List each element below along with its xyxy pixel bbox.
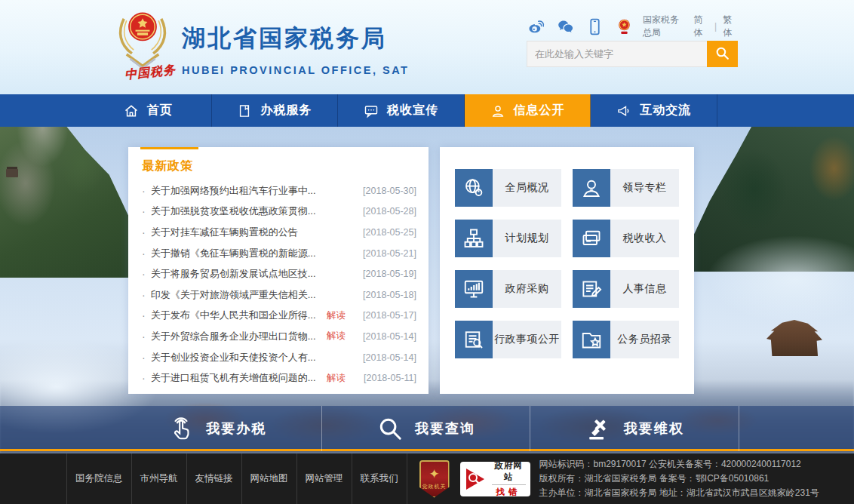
interpretation-tag[interactable]: 解读 xyxy=(327,330,346,343)
news-item-date: [2018-05-21] xyxy=(353,248,416,259)
folder-star-icon xyxy=(573,321,610,358)
news-item-date: [2018-05-28] xyxy=(353,206,416,217)
quick-links-grid: 全局概况 领导专栏 计划规划 税收收入 xyxy=(455,169,679,358)
site-title: 湖北省国家税务局 xyxy=(182,23,409,54)
quick-link-item[interactable]: 行政事项公开 xyxy=(455,321,561,358)
search-icon xyxy=(714,45,730,63)
weibo-icon[interactable] xyxy=(527,17,545,36)
footer-info-line: 版权所有：湖北省国家税务局 备案号：鄂ICP备05010861 xyxy=(539,472,819,486)
nav-tab[interactable]: 办税服务 xyxy=(212,94,339,127)
error-badge-text: 政府网站 找错 xyxy=(492,460,526,498)
news-list-item[interactable]: · 关于外贸综合服务企业办理出口货物... 解读 [2018-05-14] xyxy=(140,326,416,347)
main-nav: 首页 办税服务 税收宣传 信息公开 xyxy=(0,94,854,127)
error-badge-line1: 政府网站 xyxy=(492,460,526,485)
error-badge-line2: 找错 xyxy=(492,485,526,498)
news-list-item[interactable]: · 关于加强脱贫攻坚税收优惠政策贯彻... [2018-05-28] xyxy=(140,201,416,223)
quick-link-item[interactable]: 领导专栏 xyxy=(573,169,679,207)
bullet-icon: · xyxy=(142,247,146,260)
news-item-title: 关于进口租赁飞机有关增值税问题的... xyxy=(151,371,327,385)
hand-click-icon xyxy=(167,415,195,442)
footer-link[interactable]: 网站地图 xyxy=(241,453,296,504)
footer-link[interactable]: 联系我们 xyxy=(352,453,407,504)
gavel-icon xyxy=(585,415,613,442)
sitemap-icon xyxy=(455,220,493,257)
news-list-item[interactable]: · 关于撤销《免征车辆购置税的新能源... [2018-05-21] xyxy=(140,243,416,264)
news-item-title: 关于将服务贸易创新发展试点地区技... xyxy=(151,267,353,281)
quick-link-label: 人事信息 xyxy=(610,270,679,308)
news-item-date: [2018-05-18] xyxy=(353,290,416,300)
mobile-icon[interactable] xyxy=(585,17,604,36)
news-list-item[interactable]: · 关于将服务贸易创新发展试点地区技... [2018-05-19] xyxy=(140,263,416,284)
footer: 国务院信息市州导航友情链接网站地图网站管理联系我们 ✦ 党政机关 政府网站 找错… xyxy=(0,453,854,504)
cards-icon xyxy=(573,220,610,257)
news-list-item[interactable]: · 关于发布《中华人民共和国企业所得... 解读 [2018-05-17] xyxy=(140,306,416,327)
news-list-item[interactable]: · 印发《关于对旅游领域严重失信相关... [2018-05-18] xyxy=(140,284,416,306)
quick-link-label: 计划规划 xyxy=(493,220,561,257)
action-band-item[interactable]: 我要维权 xyxy=(530,406,739,451)
book-icon xyxy=(237,103,252,118)
bullet-icon: · xyxy=(142,268,146,280)
party-gov-badge[interactable]: ✦ 党政机关 xyxy=(419,460,450,498)
nav-tab[interactable]: 税收宣传 xyxy=(338,94,465,127)
document-pencil-icon xyxy=(573,270,610,308)
action-band-item[interactable]: 我要办税 xyxy=(113,406,322,451)
monitor-chart-icon xyxy=(455,270,493,308)
search-input[interactable] xyxy=(527,41,707,67)
site-subtitle: HUBEI PROVINCIAL OFFICE, SAT xyxy=(182,64,409,76)
interpretation-tag[interactable]: 解读 xyxy=(327,372,346,385)
news-list-item[interactable]: · 关于对挂车减征车辆购置税的公告 [2018-05-25] xyxy=(140,222,416,243)
news-item-title: 关于加强脱贫攻坚税收优惠政策贯彻... xyxy=(151,204,353,218)
news-item-date: [2018-05-17] xyxy=(353,310,416,321)
interpretation-tag[interactable]: 解读 xyxy=(327,309,346,322)
nav-tab[interactable]: 互动交流 xyxy=(591,94,717,127)
topbar-link[interactable]: 简体 xyxy=(693,14,708,39)
footer-link[interactable]: 网站管理 xyxy=(296,453,352,504)
emblem-icon[interactable] xyxy=(615,17,634,36)
megaphone-icon xyxy=(616,103,631,118)
action-band-item[interactable]: 我要查询 xyxy=(322,406,531,451)
news-item-date: [2018-05-11] xyxy=(353,373,416,383)
news-list-item[interactable]: · 关于创业投资企业和天使投资个人有... [2018-05-14] xyxy=(140,347,416,368)
quick-link-item[interactable]: 全局概况 xyxy=(455,169,561,207)
search-button[interactable] xyxy=(707,41,738,67)
action-band: 我要办税 我要查询 我要维权 xyxy=(0,406,854,451)
news-item-title: 关于对挂车减征车辆购置税的公告 xyxy=(151,226,353,239)
comment-icon xyxy=(364,103,379,118)
news-list-item[interactable]: · 关于加强网络预约出租汽车行业事中... [2018-05-30] xyxy=(140,180,416,201)
news-item-title: 印发《关于对旅游领域严重失信相关... xyxy=(151,288,353,302)
topbar-link[interactable]: | xyxy=(714,21,717,32)
bullet-icon: · xyxy=(142,352,146,364)
footer-link[interactable]: 市州导航 xyxy=(131,453,186,504)
header: 中国税务 湖北省国家税务局 HUBEI PROVINCIAL OFFICE, S… xyxy=(0,0,854,94)
quick-link-item[interactable]: 税收收入 xyxy=(573,220,679,257)
news-item-title: 关于外贸综合服务企业办理出口货物... xyxy=(151,330,327,343)
nav-tab[interactable]: 首页 xyxy=(85,94,212,127)
quick-link-item[interactable]: 公务员招录 xyxy=(573,321,679,358)
news-list-item[interactable]: · 关于进口租赁飞机有关增值税问题的... 解读 [2018-05-11] xyxy=(140,367,416,389)
footer-link[interactable]: 友情链接 xyxy=(186,453,241,504)
brand-text: 湖北省国家税务局 HUBEI PROVINCIAL OFFICE, SAT xyxy=(182,23,409,76)
action-band-label: 我要办税 xyxy=(206,419,266,438)
news-item-date: [2018-05-25] xyxy=(353,227,416,238)
info-disclosure-panel: 全局概况 领导专栏 计划规划 税收收入 xyxy=(440,147,694,394)
footer-link[interactable]: 国务院信息 xyxy=(66,453,131,504)
nav-tab[interactable]: 信息公开 xyxy=(465,94,591,127)
site-logo[interactable]: 中国税务 xyxy=(113,5,183,89)
quick-link-item[interactable]: 计划规划 xyxy=(455,220,561,257)
globe-icon xyxy=(455,169,493,207)
quick-link-item[interactable]: 政府采购 xyxy=(455,270,561,308)
news-item-date: [2018-05-19] xyxy=(353,269,416,279)
topbar-link[interactable]: 繁体 xyxy=(723,14,738,39)
topbar-link[interactable]: 国家税务总局 xyxy=(643,14,687,39)
bullet-icon: · xyxy=(142,372,146,384)
nav-tab-label: 办税服务 xyxy=(260,103,312,118)
quick-link-label: 全局概况 xyxy=(493,169,561,207)
wechat-icon[interactable] xyxy=(556,17,575,36)
footer-info-line: 主办单位：湖北省国家税务局 地址：湖北省武汉市武昌区姚家岭231号 xyxy=(539,486,819,500)
nav-tab-label: 互动交流 xyxy=(640,103,691,118)
news-item-date: [2018-05-14] xyxy=(353,331,416,342)
site-error-badge[interactable]: 政府网站 找错 xyxy=(460,462,530,496)
quick-link-label: 政府采购 xyxy=(493,270,561,308)
quick-link-item[interactable]: 人事信息 xyxy=(573,270,679,308)
bullet-icon: · xyxy=(142,185,146,197)
